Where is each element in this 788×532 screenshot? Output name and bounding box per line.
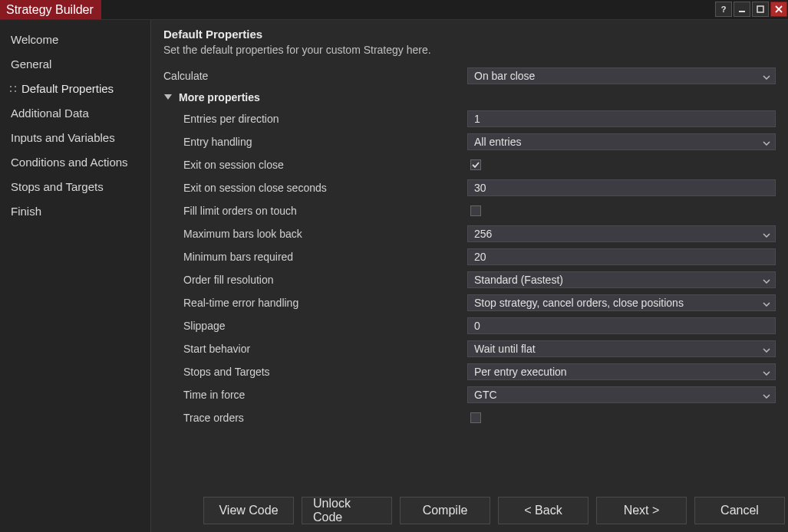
row-min-bars-required: Minimum bars required 20 [163,248,776,266]
svg-rect-1 [739,11,745,12]
sidebar-item-finish[interactable]: Finish [0,199,150,224]
checkbox-fill-limit-orders[interactable] [470,205,481,216]
row-slippage: Slippage 0 [163,317,776,335]
section-more-properties[interactable]: More properties [163,91,776,103]
select-calculate[interactable]: On bar close [467,67,776,84]
select-start-behavior[interactable]: Wait until flat [467,340,776,357]
row-calculate: Calculate On bar close [163,67,776,85]
cancel-button[interactable]: Cancel [694,497,785,524]
select-max-bars-look-back-value: 256 [474,228,492,240]
back-button[interactable]: < Back [498,497,589,524]
select-realtime-error-handling-value: Stop strategy, cancel orders, close posi… [474,297,684,309]
next-button[interactable]: Next > [596,497,687,524]
section-more-properties-label: More properties [179,91,260,103]
sidebar-item-conditions-actions[interactable]: Conditions and Actions [0,150,150,175]
select-max-bars-look-back[interactable]: 256 [467,225,776,242]
chevron-down-icon [763,366,770,378]
label-entry-handling: Entry handling [163,136,467,148]
label-max-bars-look-back: Maximum bars look back [163,228,467,240]
chevron-down-icon [763,136,770,148]
label-min-bars-required: Minimum bars required [163,251,467,263]
main-area: Welcome General Default Properties Addit… [0,20,788,532]
more-properties-group: Entries per direction 1 Entry handling A… [163,110,776,432]
sidebar-item-additional-data[interactable]: Additional Data [0,101,150,126]
label-exit-on-session-close: Exit on session close [163,159,467,171]
svg-text:?: ? [721,5,727,14]
select-time-in-force[interactable]: GTC [467,386,776,403]
row-order-fill-resolution: Order fill resolution Standard (Fastest) [163,271,776,289]
select-start-behavior-value: Wait until flat [474,343,536,355]
chevron-down-icon [763,297,770,309]
chevron-down-icon [763,389,770,401]
label-stops-targets: Stops and Targets [163,366,467,378]
sidebar-item-general[interactable]: General [0,52,150,77]
label-slippage: Slippage [163,320,467,332]
wizard-steps-sidebar: Welcome General Default Properties Addit… [0,20,151,532]
input-slippage[interactable]: 0 [467,317,776,334]
select-order-fill-resolution[interactable]: Standard (Fastest) [467,271,776,288]
label-time-in-force: Time in force [163,389,467,401]
select-calculate-value: On bar close [474,70,535,82]
row-max-bars-look-back: Maximum bars look back 256 [163,225,776,243]
sidebar-item-inputs-variables[interactable]: Inputs and Variables [0,126,150,150]
wizard-footer: View Code Unlock Code Compile < Back Nex… [163,491,776,532]
label-trace-orders: Trace orders [163,412,467,424]
label-start-behavior: Start behavior [163,343,467,355]
checkbox-trace-orders[interactable] [470,412,481,423]
sidebar-item-default-properties[interactable]: Default Properties [0,77,150,101]
checkbox-exit-on-session-close[interactable] [470,159,481,170]
chevron-down-icon [763,274,770,286]
svg-rect-2 [757,6,763,12]
label-fill-limit-orders: Fill limit orders on touch [163,205,467,217]
row-exit-on-session-close-seconds: Exit on session close seconds 30 [163,179,776,197]
view-code-button[interactable]: View Code [203,497,294,524]
title-spacer [101,0,714,19]
sidebar-item-stops-targets[interactable]: Stops and Targets [0,175,150,199]
row-time-in-force: Time in force GTC [163,386,776,404]
select-entry-handling-value: All entries [474,136,521,148]
row-entry-handling: Entry handling All entries [163,133,776,151]
page-title: Default Properties [163,28,776,41]
maximize-button[interactable] [752,2,769,17]
chevron-down-icon [763,343,770,355]
label-calculate: Calculate [163,70,467,82]
chevron-down-icon [763,228,770,240]
input-exit-on-session-close-seconds[interactable]: 30 [467,179,776,196]
row-stops-targets: Stops and Targets Per entry execution [163,363,776,381]
row-fill-limit-orders: Fill limit orders on touch [163,202,776,220]
select-stops-targets[interactable]: Per entry execution [467,363,776,380]
window-title: Strategy Builder [0,0,101,19]
title-bar: Strategy Builder ? [0,0,788,20]
content-panel: Default Properties Set the default prope… [151,20,788,532]
label-exit-on-session-close-seconds: Exit on session close seconds [163,182,467,194]
minimize-button[interactable] [734,2,750,17]
select-time-in-force-value: GTC [474,389,497,401]
chevron-down-icon [763,70,770,82]
sidebar-item-welcome[interactable]: Welcome [0,28,150,52]
triangle-down-icon [163,93,173,102]
label-order-fill-resolution: Order fill resolution [163,274,467,286]
compile-button[interactable]: Compile [400,497,490,524]
svg-marker-3 [164,94,172,100]
unlock-code-button[interactable]: Unlock Code [302,497,392,524]
row-trace-orders: Trace orders [163,409,776,427]
close-button[interactable] [770,2,787,17]
label-entries-per-direction: Entries per direction [163,113,467,125]
select-stops-targets-value: Per entry execution [474,366,567,378]
select-order-fill-resolution-value: Standard (Fastest) [474,274,563,286]
row-start-behavior: Start behavior Wait until flat [163,340,776,358]
row-entries-per-direction: Entries per direction 1 [163,110,776,128]
input-entries-per-direction[interactable]: 1 [467,110,776,127]
row-exit-on-session-close: Exit on session close [163,156,776,174]
page-subtitle: Set the default properties for your cust… [163,44,776,56]
label-realtime-error-handling: Real-time error handling [163,297,467,309]
input-min-bars-required[interactable]: 20 [467,248,776,265]
select-realtime-error-handling[interactable]: Stop strategy, cancel orders, close posi… [467,294,776,311]
row-realtime-error-handling: Real-time error handling Stop strategy, … [163,294,776,312]
help-button[interactable]: ? [715,2,732,17]
select-entry-handling[interactable]: All entries [467,133,776,150]
